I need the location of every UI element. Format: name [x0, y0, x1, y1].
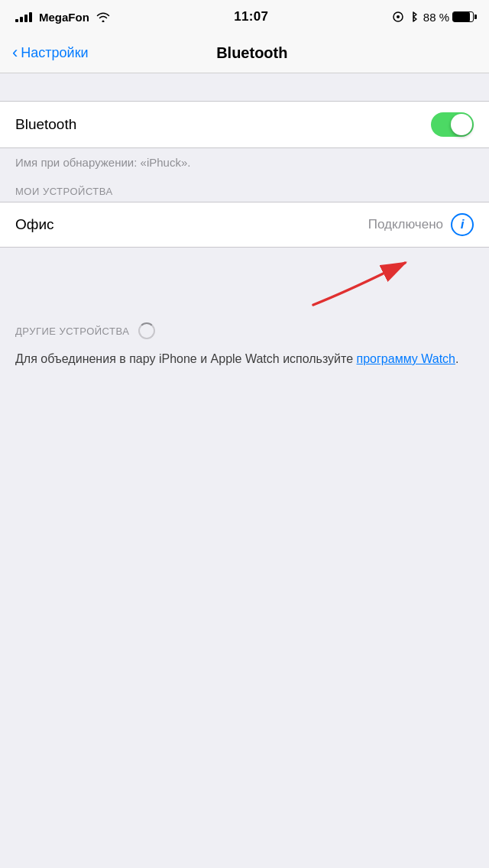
discovery-note: Имя при обнаружении: «iPhuck».: [0, 148, 489, 180]
watch-info-suffix: .: [455, 352, 458, 365]
device-info-button[interactable]: i: [451, 213, 474, 236]
loading-spinner: [138, 322, 155, 339]
toggle-thumb: [451, 114, 472, 135]
status-left: MegaFon: [15, 11, 110, 24]
bluetooth-icon: [409, 11, 418, 22]
watch-link[interactable]: программу Watch: [357, 352, 455, 365]
battery-percent-label: 88 %: [423, 11, 449, 24]
nav-bar: ‹ Настройки Bluetooth: [0, 34, 489, 73]
time-display: 11:07: [234, 9, 268, 24]
bottom-fill: [0, 378, 489, 684]
chevron-left-icon: ‹: [12, 44, 18, 61]
bluetooth-label: Bluetooth: [15, 116, 76, 133]
device-status-area: Подключено i: [368, 213, 474, 236]
battery-indicator: 88 %: [423, 11, 474, 24]
info-icon: i: [461, 217, 465, 232]
other-devices-area: ДРУГИЕ УСТРОЙСТВА Для объединения в пару…: [0, 316, 489, 378]
battery-icon: [452, 11, 474, 22]
top-spacer: [0, 73, 489, 101]
location-icon: [393, 11, 403, 22]
other-devices-header-row: ДРУГИЕ УСТРОЙСТВА: [0, 316, 489, 344]
bluetooth-toggle[interactable]: [431, 112, 474, 137]
my-devices-header: МОИ УСТРОЙСТВА: [0, 180, 489, 202]
other-devices-header: ДРУГИЕ УСТРОЙСТВА: [15, 326, 129, 337]
annotation-area: [0, 248, 489, 316]
bluetooth-section: Bluetooth: [0, 101, 489, 148]
signal-bars-icon: [15, 11, 32, 22]
svg-point-1: [397, 15, 400, 18]
bluetooth-toggle-row: Bluetooth: [0, 102, 489, 147]
wifi-icon: [96, 11, 110, 22]
carrier-label: MegaFon: [39, 11, 89, 24]
watch-info-text: Для объединения в пару iPhone и Apple Wa…: [0, 344, 489, 378]
page-title: Bluetooth: [28, 44, 477, 62]
watch-info-prefix: Для объединения в пару iPhone и Apple Wa…: [15, 352, 357, 365]
device-status-text: Подключено: [368, 217, 443, 232]
device-row: Офис Подключено i: [0, 202, 489, 248]
status-right: 88 %: [393, 11, 474, 24]
device-name: Офис: [15, 216, 54, 233]
arrow-annotation: [290, 248, 443, 316]
status-bar: MegaFon 11:07 88 %: [0, 0, 489, 34]
